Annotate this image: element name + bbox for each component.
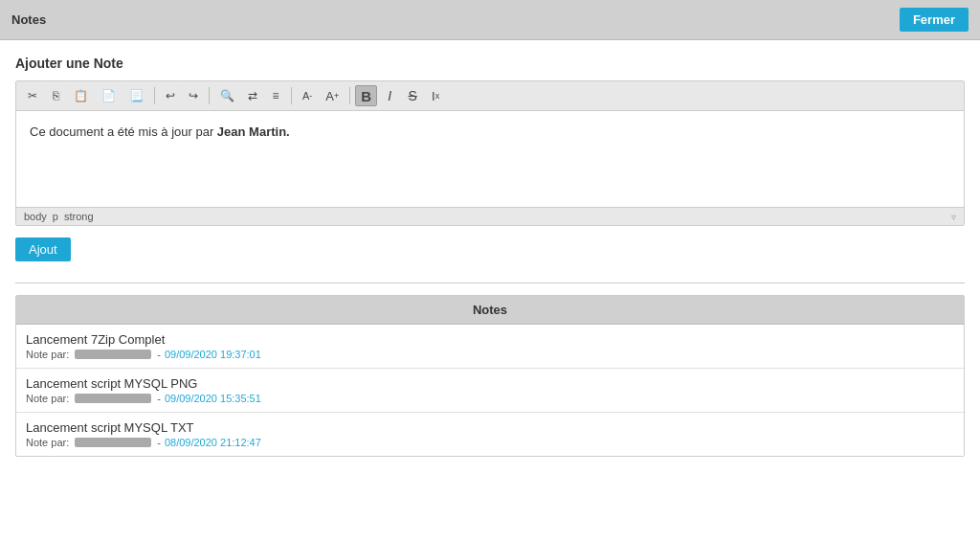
statusbar-tag-body: body — [24, 211, 47, 222]
statusbar-tags: body p strong — [24, 211, 94, 222]
editor-text-before-bold: Ce document a été mis à jour par — [30, 124, 217, 139]
statusbar-tag-strong: strong — [64, 211, 94, 222]
section-divider — [15, 282, 965, 283]
resize-handle[interactable]: ▿ — [951, 212, 956, 222]
note-title-2: Lancement script MYSQL TXT — [26, 420, 954, 435]
editor-text-bold: Jean Martin. — [217, 124, 290, 139]
note-author-0 — [75, 350, 151, 359]
italic-button[interactable]: I — [379, 85, 400, 106]
note-item-0: Lancement 7Zip Complet Note par: - 09/09… — [16, 325, 964, 369]
note-separator-1: - — [157, 393, 161, 404]
editor-content-area[interactable]: Ce document a été mis à jour par Jean Ma… — [16, 111, 964, 207]
font-size-down-button[interactable]: A- — [297, 85, 318, 106]
add-note-title: Ajouter une Note — [15, 56, 965, 71]
statusbar-tag-p: p — [53, 211, 58, 222]
notes-table: Notes Lancement 7Zip Complet Note par: -… — [15, 295, 965, 457]
font-size-up-button[interactable]: A+ — [320, 85, 345, 106]
note-author-1 — [75, 394, 151, 403]
toolbar-sep-1 — [154, 87, 155, 104]
paste-button[interactable]: 📋 — [68, 85, 94, 106]
subscript-button[interactable]: Ix — [425, 85, 446, 106]
note-date-1: 09/09/2020 15:35:51 — [165, 393, 261, 404]
notes-table-header: Notes — [16, 296, 964, 325]
note-meta-1: Note par: - 09/09/2020 15:35:51 — [26, 393, 954, 404]
note-separator-2: - — [157, 437, 161, 448]
toolbar-sep-2 — [209, 87, 210, 104]
note-meta-label-1: Note par: — [26, 393, 69, 404]
find-button[interactable]: 🔍 — [214, 85, 240, 106]
notes-list: Lancement 7Zip Complet Note par: - 09/09… — [16, 325, 964, 456]
paste3-button[interactable]: 📃 — [123, 85, 149, 106]
note-meta-2: Note par: - 08/09/2020 21:12:47 — [26, 437, 954, 448]
note-title-0: Lancement 7Zip Complet — [26, 332, 954, 347]
editor-toolbar: ✂ ⎘ 📋 📄 📃 ↩ ↪ 🔍 ⇄ ≡ A- A+ B I S Ix — [16, 81, 964, 111]
note-meta-label-2: Note par: — [26, 437, 69, 448]
toolbar-sep-4 — [349, 87, 350, 104]
redo-button[interactable]: ↪ — [183, 85, 204, 106]
note-date-2: 08/09/2020 21:12:47 — [165, 437, 261, 448]
paste2-button[interactable]: 📄 — [96, 85, 122, 106]
fermer-button[interactable]: Fermer — [900, 8, 969, 32]
toolbar-sep-3 — [291, 87, 292, 104]
replace-button[interactable]: ⇄ — [242, 85, 263, 106]
note-meta-label-0: Note par: — [26, 349, 69, 360]
note-date-0: 09/09/2020 19:37:01 — [165, 349, 261, 360]
ajout-button[interactable]: Ajout — [15, 237, 71, 261]
note-author-2 — [75, 438, 151, 447]
app-header: Notes Fermer — [0, 0, 980, 40]
note-separator-0: - — [157, 349, 161, 360]
app-title: Notes — [11, 12, 46, 27]
undo-button[interactable]: ↩ — [160, 85, 181, 106]
editor-statusbar: body p strong ▿ — [16, 207, 964, 225]
note-item-1: Lancement script MYSQL PNG Note par: - 0… — [16, 369, 964, 413]
rich-text-editor: ✂ ⎘ 📋 📄 📃 ↩ ↪ 🔍 ⇄ ≡ A- A+ B I S Ix Ce do… — [15, 80, 965, 226]
bold-button[interactable]: B — [355, 85, 377, 106]
align-button[interactable]: ≡ — [265, 85, 286, 106]
strikethrough-button[interactable]: S — [402, 85, 423, 106]
note-item-2: Lancement script MYSQL TXT Note par: - 0… — [16, 413, 964, 456]
copy-button[interactable]: ⎘ — [45, 85, 66, 106]
cut-button[interactable]: ✂ — [22, 85, 43, 106]
note-meta-0: Note par: - 09/09/2020 19:37:01 — [26, 349, 954, 360]
main-content: Ajouter une Note ✂ ⎘ 📋 📄 📃 ↩ ↪ 🔍 ⇄ ≡ A- … — [0, 40, 980, 457]
note-title-1: Lancement script MYSQL PNG — [26, 376, 954, 391]
